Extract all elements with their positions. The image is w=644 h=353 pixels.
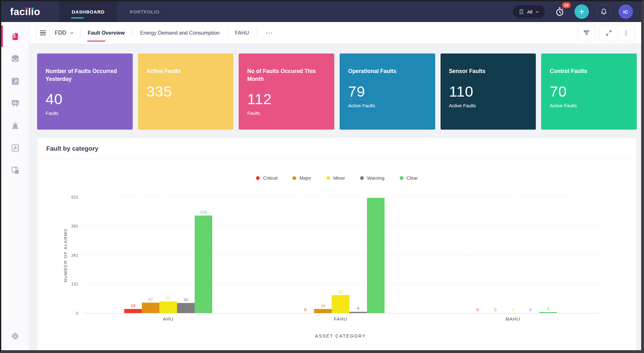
chevron-down-icon[interactable] [69,31,74,35]
sidebar-item-inbox[interactable] [1,49,29,68]
bar-major-ahu[interactable] [142,303,159,313]
legend-item-major[interactable]: Major [292,175,311,181]
legend-item-warning[interactable]: Warning [360,175,384,181]
legend-item-critical[interactable]: Critical [256,175,277,181]
inbox-icon [10,54,20,64]
plus-icon [578,8,585,15]
kpi-sublabel: Active Faults [348,103,427,108]
divider [80,28,81,38]
expand-button[interactable] [600,25,617,41]
bar-value-label: 80 [338,289,343,294]
bar-group-fahu: 018806 [297,197,385,313]
kpi-title: Sensor Faults [449,67,523,75]
kpi-value: 70 [550,83,628,100]
stopwatch-icon [555,7,565,17]
dashboard-content: Number of Faults Occurred Yesterday40Fau… [30,44,641,350]
filter-funnel-icon [583,29,590,37]
bar-minor-fahu[interactable] [332,295,349,313]
more-options-button[interactable] [617,25,635,41]
bar-column: 0 [504,197,522,313]
sidebar-item-hvac[interactable] [1,138,29,158]
user-avatar[interactable]: IC [619,4,633,19]
site-filter-value: All [527,9,532,14]
building-icon [10,31,20,41]
app-window: facılıo DASHBOARDPORTFOLIO All 19 [0,0,644,353]
bar-group-ahu: 19475345438 [124,197,212,313]
dashboard-menu-button[interactable] [36,26,50,40]
filter-button[interactable] [578,25,595,41]
bar-clear-ahu[interactable] [195,216,212,313]
sidebar [1,22,30,350]
x-category-label: MAHU [469,317,557,322]
bar-column: 47 [142,197,159,313]
bar-column: 0 [486,197,504,313]
bar-clear-fahu[interactable] [367,198,385,313]
top-nav-actions: All 19 IC [513,1,641,22]
bar-critical-ahu[interactable] [124,309,142,313]
chart-legend: CriticalMajorMinorWarningClear [37,175,636,181]
site-filter-dropdown[interactable]: All [513,5,545,18]
bar-warning-ahu[interactable] [177,303,195,313]
x-category-label: FAHU [297,317,385,322]
bar-value-label: 4 [547,306,549,311]
create-new-button[interactable] [575,4,589,19]
sidebar-item-dashboards[interactable] [1,93,29,113]
fault-by-category-widget: Fault by category CriticalMajorMinorWarn… [37,138,637,350]
kpi-title: Active Faults [147,67,220,75]
chevron-down-icon [535,10,539,14]
hamburger-icon [40,31,46,31]
kpi-card: No of Faults Occured This Month112Faults [239,53,334,130]
bar-column: 19 [124,197,142,313]
kpi-value: 110 [449,83,528,100]
fan-hvac-icon [10,143,20,153]
bar-column [367,197,385,313]
dashboard-tab[interactable]: Fault Overview [87,22,125,44]
kpi-card: Number of Faults Occurred Yesterday40Fau… [37,53,133,130]
bar-column: 4 [539,197,557,313]
top-nav-tab-portfolio[interactable]: PORTFOLIO [117,1,172,22]
kpi-card: Active Faults335 [138,53,234,130]
y-tick-label: 131 [71,282,78,286]
settings-gear-icon [10,331,20,341]
top-nav-tab-dashboard[interactable]: DASHBOARD [59,1,117,22]
sidebar-item-settings[interactable] [1,326,29,346]
kpi-sublabel: Active Faults [449,103,528,108]
sidebar-item-alarms[interactable] [1,116,29,135]
notifications-button[interactable] [597,4,611,19]
logo-dot-teal: ı [31,6,34,18]
bar-column: 45 [177,197,195,313]
sidebar-item-maintenance[interactable] [1,71,29,91]
dashboard-tab[interactable]: FAHU [235,22,250,44]
kpi-card: Sensor Faults110Active Faults [441,53,536,130]
bar-minor-ahu[interactable] [159,301,177,313]
bar-chart: NUMBER OF ALARMS 01312613925221947534543… [82,197,599,339]
sidebar-item-apps[interactable] [1,160,29,180]
dashboard-toolbar: FDD Fault OverviewEnergy Demand and Cons… [30,22,641,44]
alarm-siren-icon [10,121,20,131]
bar-warning-fahu[interactable] [349,312,367,313]
legend-item-minor[interactable]: Minor [326,175,345,181]
legend-item-clear[interactable]: Clear [400,175,418,181]
y-tick-label: 0 [76,311,78,316]
legend-label: Clear [407,175,418,181]
bar-major-fahu[interactable] [314,309,332,313]
widget-header: Fault by category [37,138,636,159]
facilio-logo[interactable]: facılıo [1,1,59,22]
logo-dot-pink: ı [25,6,28,18]
bar-column: 0 [297,197,314,313]
legend-label: Major [299,175,311,181]
more-tabs-button[interactable] [265,29,273,37]
kpi-card: Operational Faults79Active Faults [340,53,435,130]
sidebar-item-portfolio[interactable] [1,26,29,46]
bar-clear-mahu[interactable] [539,312,557,313]
reminders-button[interactable]: 19 [552,4,567,19]
app-windows-icon [10,165,20,175]
kebab-menu-icon [623,30,630,36]
kpi-card: Control Faults70Active Faults [541,53,637,130]
dashboard-tab[interactable]: Energy Demand and Consumption [139,22,220,44]
avatar-initials: IC [623,9,628,14]
bar-value-label: 0 [304,307,307,312]
legend-label: Minor [333,175,345,181]
bar-column: 80 [332,197,349,313]
module-selector[interactable]: FDD [55,30,66,36]
